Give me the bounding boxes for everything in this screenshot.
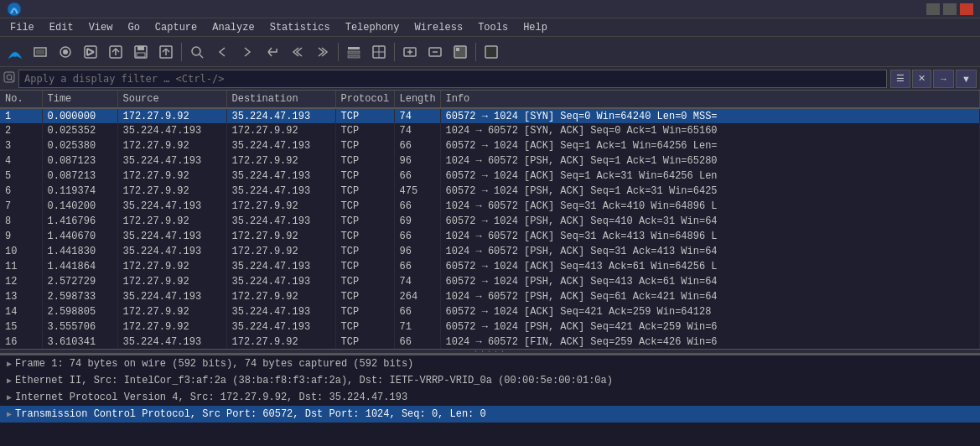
up-arrow-button[interactable] (104, 40, 127, 64)
expand-arrow-icon: ▶ (7, 359, 12, 369)
export-button[interactable] (154, 40, 178, 64)
table-row[interactable]: 30.025380172.27.9.9235.224.47.193TCP6660… (0, 138, 980, 153)
table-row[interactable]: 60.119374172.27.9.9235.224.47.193TCP4756… (0, 184, 980, 199)
menu-bar: File Edit View Go Capture Analyze Statis… (0, 18, 980, 37)
menu-wireless[interactable]: Wireless (408, 20, 470, 35)
svg-rect-12 (137, 53, 145, 57)
table-row[interactable]: 111.441864172.27.9.9235.224.47.193TCP666… (0, 259, 980, 274)
interface-list-button[interactable] (29, 40, 52, 64)
pane-item[interactable]: ▶Transmission Control Protocol, Src Port… (0, 406, 980, 423)
pane-item[interactable]: ▶Internet Protocol Version 4, Src: 172.2… (0, 389, 980, 406)
table-row[interactable]: 132.59873335.224.47.193172.27.9.92TCP264… (0, 289, 980, 304)
list-view-button[interactable] (342, 40, 366, 64)
toolbar-separator-2 (338, 43, 339, 61)
toolbar (0, 37, 980, 67)
bottom-pane: ▶Frame 1: 74 bytes on wire (592 bits), 7… (0, 354, 980, 446)
add-col-button[interactable] (398, 40, 422, 64)
table-row[interactable]: 142.598805172.27.9.9235.224.47.193TCP666… (0, 304, 980, 319)
capture-options-button[interactable] (54, 40, 77, 64)
detail-view-button[interactable] (367, 40, 391, 64)
col-header-time[interactable]: Time (42, 91, 117, 108)
svg-rect-2 (36, 49, 44, 54)
col-header-no[interactable]: No. (0, 91, 42, 108)
table-row[interactable]: 10.000000172.27.9.9235.224.47.193TCP7460… (0, 108, 980, 123)
forward-button[interactable] (236, 40, 259, 64)
menu-statistics[interactable]: Statistics (263, 20, 337, 35)
svg-rect-21 (348, 55, 360, 58)
maximize-button[interactable] (943, 3, 957, 15)
col-header-source[interactable]: Source (117, 91, 226, 108)
svg-line-18 (200, 54, 203, 58)
packets-area: No. Time Source Destination Protocol Len… (0, 91, 980, 349)
table-row[interactable]: 20.02535235.224.47.193172.27.9.92TCP7410… (0, 123, 980, 138)
wireshark-home-button[interactable] (3, 40, 27, 64)
pane-item[interactable]: ▶Ethernet II, Src: IntelCor_f3:af:2a (38… (0, 372, 980, 389)
next-packet-button[interactable] (311, 40, 334, 64)
remove-col-button[interactable] (423, 40, 447, 64)
col-header-length[interactable]: Length (394, 91, 440, 108)
expand-arrow-icon: ▶ (7, 409, 12, 419)
start-button[interactable] (79, 40, 102, 64)
svg-line-7 (87, 49, 94, 52)
svg-rect-31 (456, 48, 459, 51)
svg-point-17 (192, 47, 200, 55)
toolbar-separator-3 (394, 43, 395, 61)
back-button[interactable] (210, 40, 234, 64)
toolbar-separator-4 (475, 43, 476, 61)
table-row[interactable]: 81.416796172.27.9.9235.224.47.193TCP6960… (0, 214, 980, 229)
menu-go[interactable]: Go (121, 20, 146, 35)
menu-capture[interactable]: Capture (148, 20, 204, 35)
prev-packet-button[interactable] (286, 40, 309, 64)
filter-clear-button[interactable]: ✕ (912, 70, 931, 88)
col-header-destination[interactable]: Destination (226, 91, 335, 108)
wireshark-logo (7, 2, 22, 17)
toggle-detail-button[interactable] (449, 40, 472, 64)
toolbar-separator-1 (181, 43, 182, 61)
go-back-button[interactable] (261, 40, 284, 64)
pane-item-text: Internet Protocol Version 4, Src: 172.27… (15, 392, 407, 403)
filter-dropdown-button[interactable]: ▼ (956, 70, 977, 88)
save-file-button[interactable] (129, 40, 153, 64)
table-row[interactable]: 101.44183035.224.47.193172.27.9.92TCP961… (0, 244, 980, 259)
filter-apply-button[interactable]: → (933, 70, 954, 88)
table-row[interactable]: 50.087213172.27.9.9235.224.47.193TCP6660… (0, 169, 980, 184)
menu-analyze[interactable]: Analyze (205, 20, 261, 35)
minimize-button[interactable] (926, 3, 940, 15)
main-area: No. Time Source Destination Protocol Len… (0, 91, 980, 446)
title-bar (0, 0, 980, 18)
svg-rect-19 (348, 47, 360, 49)
filter-input[interactable] (18, 70, 887, 88)
expand-arrow-icon: ▶ (7, 392, 12, 402)
colorize-button[interactable] (480, 40, 503, 64)
table-row[interactable]: 153.555706172.27.9.9235.224.47.193TCP716… (0, 319, 980, 334)
svg-rect-11 (137, 46, 144, 50)
table-header-row: No. Time Source Destination Protocol Len… (0, 91, 980, 108)
table-row[interactable]: 91.44067035.224.47.193172.27.9.92TCP6610… (0, 229, 980, 244)
svg-rect-32 (485, 46, 497, 58)
col-header-info[interactable]: Info (440, 91, 980, 108)
expand-arrow-icon: ▶ (7, 376, 12, 386)
packet-table: No. Time Source Destination Protocol Len… (0, 91, 980, 349)
table-row[interactable]: 40.08712335.224.47.193172.27.9.92TCP9610… (0, 153, 980, 169)
menu-edit[interactable]: Edit (43, 20, 80, 35)
close-button[interactable] (960, 3, 973, 15)
pane-item-text: Transmission Control Protocol, Src Port:… (15, 408, 486, 420)
find-button[interactable] (185, 40, 209, 64)
menu-file[interactable]: File (3, 20, 41, 35)
menu-help[interactable]: Help (516, 20, 554, 35)
svg-line-35 (11, 79, 14, 82)
menu-view[interactable]: View (82, 20, 120, 35)
packet-tbody: 10.000000172.27.9.9235.224.47.193TCP7460… (0, 108, 980, 349)
filter-bar: ☰ ✕ → ▼ (0, 67, 980, 91)
pane-item-text: Ethernet II, Src: IntelCor_f3:af:2a (38:… (15, 375, 613, 386)
svg-line-8 (87, 52, 94, 55)
svg-point-4 (63, 49, 68, 54)
pane-item[interactable]: ▶Frame 1: 74 bytes on wire (592 bits), 7… (0, 355, 980, 372)
filter-bookmark-button[interactable]: ☰ (890, 70, 910, 88)
table-row[interactable]: 70.14020035.224.47.193172.27.9.92TCP6610… (0, 199, 980, 214)
pane-item-text: Frame 1: 74 bytes on wire (592 bits), 74… (15, 358, 413, 370)
col-header-protocol[interactable]: Protocol (335, 91, 394, 108)
table-row[interactable]: 122.572729172.27.9.9235.224.47.193TCP746… (0, 274, 980, 289)
menu-tools[interactable]: Tools (471, 20, 515, 35)
menu-telephony[interactable]: Telephony (339, 20, 407, 35)
